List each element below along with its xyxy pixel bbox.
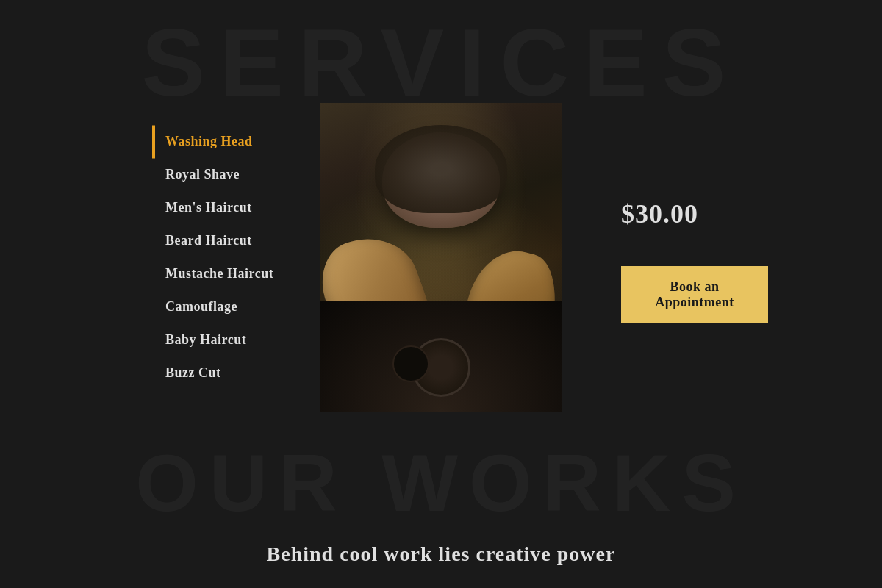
sidebar-item-baby-haircut[interactable]: Baby Haircut: [165, 323, 320, 356]
hair-lather: [375, 125, 507, 213]
price-display: $30.00: [621, 198, 768, 229]
service-image: [320, 103, 562, 412]
sidebar-item-label: Baby Haircut: [165, 332, 246, 348]
sidebar-item-label: Beard Haircut: [165, 233, 252, 248]
equipment-circle2: [392, 345, 429, 382]
sidebar-item-label: Men's Haircut: [165, 200, 252, 215]
sidebar-item-label: Buzz Cut: [165, 365, 221, 381]
background-ourworks-text: OUR WORKS: [0, 436, 882, 529]
footer-tagline: Behind cool work lies creative power: [0, 542, 882, 566]
sidebar-item-camouflage[interactable]: Camouflage: [165, 290, 320, 323]
right-panel: $30.00 Book an Appointment: [562, 103, 768, 323]
sidebar-item-royal-shave[interactable]: Royal Shave: [165, 158, 320, 191]
sidebar-item-label: Camouflage: [165, 299, 237, 315]
sidebar-item-mustache-haircut[interactable]: Mustache Haircut: [165, 257, 320, 290]
main-layout: Washing Head Royal Shave Men's Haircut B…: [0, 0, 882, 412]
sidebar-item-label: Royal Shave: [165, 167, 240, 182]
sidebar-item-beard-haircut[interactable]: Beard Haircut: [165, 224, 320, 257]
equipment: [320, 301, 562, 412]
book-appointment-button[interactable]: Book an Appointment: [621, 266, 768, 323]
sidebar-item-buzz-cut[interactable]: Buzz Cut: [165, 356, 320, 390]
services-sidebar: Washing Head Royal Shave Men's Haircut B…: [114, 103, 320, 390]
sidebar-item-label: Mustache Haircut: [165, 266, 273, 282]
sidebar-item-label: Washing Head: [165, 134, 253, 149]
sidebar-item-washing-head[interactable]: Washing Head: [165, 125, 320, 158]
sidebar-item-mens-haircut[interactable]: Men's Haircut: [165, 191, 320, 224]
